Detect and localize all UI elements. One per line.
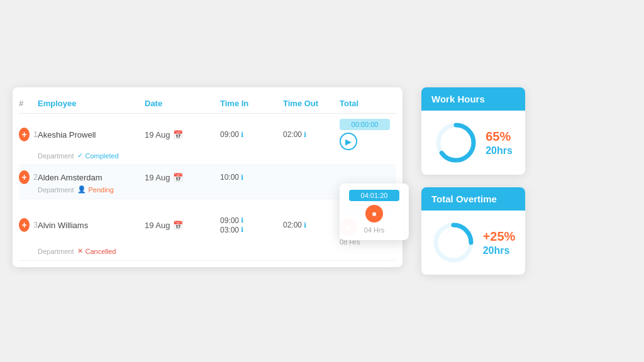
row-3-add-button[interactable]: + bbox=[19, 218, 30, 232]
col-employee: Employee bbox=[38, 99, 145, 108]
row-3-time-in-info-1[interactable]: ℹ bbox=[241, 216, 243, 224]
row-3-time-out-val: 02:00 bbox=[283, 221, 302, 229]
row-1-timer-bar: 00:00:00 bbox=[340, 119, 390, 130]
row-1-dept-label: Department bbox=[38, 152, 74, 160]
row-2-date: 19 Aug 📅 bbox=[145, 173, 220, 182]
row-1-total: 00:00:00 ▶ bbox=[340, 119, 409, 150]
row-3-time-in-val-2: 03:00 bbox=[220, 226, 239, 234]
row-1-check-icon: ✓ bbox=[77, 151, 83, 160]
col-date: Date bbox=[145, 99, 220, 108]
work-hours-card: Work Hours 65% 20hrs bbox=[421, 87, 525, 175]
row-1-time-out: 02:00 ℹ bbox=[283, 130, 340, 139]
row-3-add-num: + 3 bbox=[19, 218, 38, 232]
table-header: # Employee Date Time In Time Out Total bbox=[19, 99, 396, 114]
row-1-status: ✓ Completed bbox=[77, 151, 118, 160]
work-hours-donut bbox=[434, 121, 478, 165]
row-1-time-in-val: 09:00 bbox=[220, 130, 239, 139]
row-2-number: 2 bbox=[33, 173, 38, 182]
row-1-number: 1 bbox=[33, 130, 38, 139]
row-2-timer-popup: 04:01:20 ■ 04 Hrs bbox=[340, 184, 409, 240]
total-overtime-title: Total Overtime bbox=[421, 187, 525, 211]
total-overtime-body: +25% 20hrs bbox=[421, 211, 525, 275]
row-2-main: + 2 Alden Amsterdam 19 Aug 📅 10:00 ℹ bbox=[19, 165, 396, 185]
row-1-main: + 1 Akeshia Prowell 19 Aug 📅 09:00 ℹ 0 bbox=[19, 114, 396, 151]
total-overtime-values: +25% 20hrs bbox=[483, 229, 516, 256]
total-overtime-hours: 20hrs bbox=[483, 245, 510, 256]
work-hours-body: 65% 20hrs bbox=[421, 111, 525, 175]
row-3-sub: Department ✕ Cancelled bbox=[19, 247, 396, 261]
row-2-add-num: + 2 bbox=[19, 170, 38, 184]
row-3-time-in-val-1: 09:00 bbox=[220, 216, 239, 225]
total-overtime-card: Total Overtime +25% 20hrs bbox=[421, 187, 525, 275]
row-2-time-in-info-icon[interactable]: ℹ bbox=[241, 173, 243, 182]
work-hours-title: Work Hours bbox=[421, 87, 525, 111]
col-hash: # bbox=[19, 99, 38, 108]
row-2-pending-icon: 👤 bbox=[77, 185, 86, 194]
row-3-calendar-icon[interactable]: 📅 bbox=[173, 221, 183, 230]
row-3-date: 19 Aug 📅 bbox=[145, 221, 220, 230]
col-total: Total bbox=[340, 99, 409, 108]
attendance-table-card: # Employee Date Time In Time Out Total +… bbox=[13, 87, 402, 267]
row-1-date: 19 Aug 📅 bbox=[145, 130, 220, 140]
row-1-status-text: Completed bbox=[85, 152, 118, 160]
total-overtime-percent: +25% bbox=[483, 229, 516, 244]
main-container: # Employee Date Time In Time Out Total +… bbox=[0, 75, 644, 287]
row-2-status-text: Pending bbox=[88, 186, 113, 194]
row-1-date-text: 19 Aug bbox=[145, 130, 170, 140]
row-1: + 1 Akeshia Prowell 19 Aug 📅 09:00 ℹ 0 bbox=[19, 114, 396, 165]
row-2-stop-button[interactable]: ■ bbox=[365, 205, 383, 222]
row-1-employee-name: Akeshia Prowell bbox=[38, 130, 145, 140]
row-3-time-out-info[interactable]: ℹ bbox=[304, 221, 306, 229]
row-3-employee-name: Alvin Williams bbox=[38, 221, 145, 230]
row-2-hrs-label: 04 Hrs bbox=[364, 226, 384, 234]
row-1-add-num: + 1 bbox=[19, 128, 38, 141]
row-1-calendar-icon[interactable]: 📅 bbox=[173, 130, 183, 140]
col-time-out: Time Out bbox=[283, 99, 340, 108]
row-2-date-text: 19 Aug bbox=[145, 173, 170, 182]
row-1-sub: Department ✓ Completed bbox=[19, 151, 396, 165]
row-1-time-in-info-icon[interactable]: ℹ bbox=[241, 131, 243, 139]
row-1-time-out-info-icon[interactable]: ℹ bbox=[304, 131, 306, 139]
row-1-time-in: 09:00 ℹ bbox=[220, 130, 283, 139]
row-2-active-timer: 04:01:20 bbox=[349, 190, 399, 201]
row-3-time-in-info-2[interactable]: ℹ bbox=[241, 226, 243, 234]
row-3-time-in: 09:00 ℹ 03:00 ℹ bbox=[220, 216, 283, 234]
row-2-dept-label: Department bbox=[38, 186, 74, 194]
row-3-number: 3 bbox=[33, 221, 38, 229]
row-3-status-text: Cancelled bbox=[85, 248, 116, 255]
work-hours-hours: 20hrs bbox=[486, 145, 513, 156]
row-2-add-button[interactable]: + bbox=[19, 170, 30, 184]
row-1-time-out-val: 02:00 bbox=[283, 130, 302, 139]
row-2: + 2 Alden Amsterdam 19 Aug 📅 10:00 ℹ bbox=[19, 165, 396, 199]
row-3-cancel-icon: ✕ bbox=[77, 247, 83, 255]
row-2-time-in-val: 10:00 bbox=[220, 173, 239, 182]
row-2-employee-name: Alden Amsterdam bbox=[38, 173, 145, 182]
row-2-status: 👤 Pending bbox=[77, 185, 113, 194]
total-overtime-donut bbox=[431, 221, 475, 265]
row-1-add-button[interactable]: + bbox=[19, 128, 30, 141]
row-3-dept-label: Department bbox=[38, 248, 74, 255]
col-time-in: Time In bbox=[220, 99, 283, 108]
row-1-play-button[interactable]: ▶ bbox=[340, 133, 357, 150]
row-2-time-in: 10:00 ℹ bbox=[220, 173, 283, 182]
work-hours-percent: 65% bbox=[486, 129, 511, 144]
row-3-date-text: 19 Aug bbox=[145, 221, 170, 230]
row-2-calendar-icon[interactable]: 📅 bbox=[173, 173, 183, 182]
work-hours-values: 65% 20hrs bbox=[486, 129, 513, 156]
row-3-time-out: 02:00 ℹ bbox=[283, 221, 340, 229]
row-3-status: ✕ Cancelled bbox=[77, 247, 116, 255]
right-panel: Work Hours 65% 20hrs Total Overtime bbox=[421, 87, 525, 275]
